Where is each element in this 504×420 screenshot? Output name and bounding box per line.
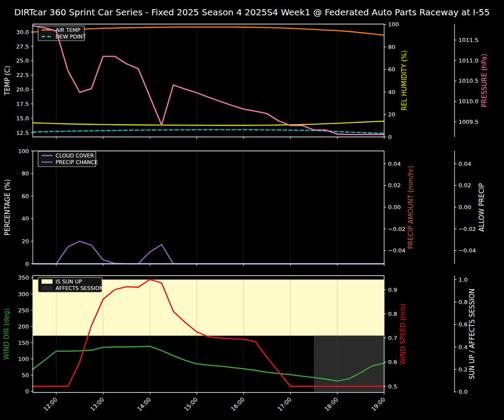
x-tick-label-12-00: 12:00 <box>42 396 59 413</box>
tick-label: 22.5 <box>16 72 29 78</box>
series-line-rel-humidity <box>33 121 384 126</box>
tick-label: 0.7 <box>388 335 397 341</box>
axis-percentage-: 100806040200PERCENTAGE (%) <box>4 148 33 267</box>
legend-label-cloud-cover: CLOUD COVER <box>56 153 94 159</box>
series-line-pressure <box>33 26 384 135</box>
x-tick-label-17-00: 17:00 <box>276 396 293 413</box>
axis-allow-precip: 0.040.020.00−0.02−0.04ALLOW PRECIP <box>455 161 486 254</box>
tick-label: 80 <box>388 44 396 50</box>
tick-label: 1009.5 <box>458 119 479 125</box>
tick-label: 0.00 <box>458 204 471 210</box>
axis-sun-up-affects-session: 1.00.80.60.40.20.0SUN UP / AFFECTS SESSI… <box>455 276 476 396</box>
tick-label: 0.00 <box>388 204 401 210</box>
tick-label: 50 <box>21 372 29 378</box>
tick-label: 60 <box>388 66 396 73</box>
axis-title: PERCENTAGE (%) <box>4 179 11 235</box>
axis-title: WIND SPEED (m/s) <box>399 304 407 365</box>
tick-label: 300 <box>18 291 29 298</box>
axis-title: PRESSURE (hPa) <box>480 54 488 107</box>
axis-title: PRECIP AMOUNT (mm/hr) <box>407 166 415 249</box>
tick-label: 15.0 <box>16 115 29 122</box>
axis-title: SUN UP / AFFECTS SESSION <box>468 289 476 380</box>
axis-pressure-hpa-: 1011.51011.01010.51010.01009.5PRESSURE (… <box>455 37 488 125</box>
subplot-cloud-precip: CLOUD COVERPRECIP CHANCE100806040200PERC… <box>4 148 486 267</box>
axis-temp-c-: 30.027.525.022.520.017.515.012.5TEMP (C) <box>4 29 33 136</box>
tick-label: 200 <box>18 323 29 330</box>
legend-swatch-is-sun-up <box>42 280 52 284</box>
legend-swatch-affects-session <box>42 286 52 290</box>
legend-label-air-temp: AIR TEMP <box>56 27 80 33</box>
tick-label: −0.02 <box>388 226 406 232</box>
legend: IS SUN UPAFFECTS SESSION <box>38 277 103 292</box>
tick-label: 40 <box>21 215 29 222</box>
tick-label: 0 <box>25 261 29 267</box>
tick-label: 40 <box>388 89 396 95</box>
tick-label: 100 <box>388 21 399 28</box>
tick-label: 0.02 <box>388 182 401 189</box>
legend-label-affects-session: AFFECTS SESSION <box>56 285 103 291</box>
axis-precip-amount-mm-hr-: 0.040.020.00−0.02−0.04PRECIP AMOUNT (mm/… <box>384 161 415 254</box>
tick-label: 0.6 <box>458 321 468 328</box>
tick-label: 0.8 <box>458 299 468 305</box>
tick-label: 1.0 <box>458 276 468 283</box>
legend-label-is-sun-up: IS SUN UP <box>56 279 82 285</box>
tick-label: 17.5 <box>16 101 29 107</box>
fill-affects-session <box>314 336 384 392</box>
legend-label-dew-point: DEW POINT <box>56 34 86 40</box>
axis-title: TEMP (C) <box>4 66 11 96</box>
x-tick-label-13-00: 13:00 <box>89 396 105 413</box>
axis-rel-humidity-: 100806040200REL HUMIDITY (%) <box>384 21 408 140</box>
tick-label: 100 <box>18 148 29 154</box>
tick-label: 30.0 <box>16 29 29 35</box>
tick-label: 350 <box>18 274 29 281</box>
tick-label: 0.5 <box>388 383 397 390</box>
weather-forecast-figure: DIRTcar 360 Sprint Car Series - Fixed 20… <box>0 0 504 420</box>
tick-label: 1011.0 <box>458 57 479 64</box>
tick-label: 0.8 <box>388 311 397 317</box>
tick-label: 1010.5 <box>458 77 479 84</box>
legend: CLOUD COVERPRECIP CHANCE <box>38 151 98 167</box>
axis-wind-speed-m-s-: 0.90.80.70.60.5WIND SPEED (m/s) <box>384 287 407 390</box>
axis-title: WIND DIR (deg) <box>3 308 10 360</box>
forecast-charts: AIR TEMPDEW POINT30.027.525.022.520.017.… <box>0 0 504 420</box>
tick-label: 0 <box>388 134 392 140</box>
tick-label: 20.0 <box>16 86 29 93</box>
tick-label: 20 <box>388 111 396 118</box>
tick-label: 20 <box>21 238 29 245</box>
x-tick-label-15-00: 15:00 <box>183 396 199 413</box>
x-tick-label-18-00: 18:00 <box>323 396 340 413</box>
tick-label: 0.4 <box>458 344 468 350</box>
tick-label: 0.04 <box>458 161 471 167</box>
subplot-temp-humidity-pressure: AIR TEMPDEW POINT30.027.525.022.520.017.… <box>4 21 488 140</box>
legend-label-precip-chance: PRECIP CHANCE <box>56 159 98 165</box>
tick-label: 27.5 <box>16 43 29 50</box>
tick-label: 0 <box>25 388 29 395</box>
tick-label: −0.04 <box>388 247 406 254</box>
axis-wind-dir-deg-: 350300250200150100500WIND DIR (deg) <box>3 274 33 395</box>
tick-label: 250 <box>18 307 29 314</box>
x-tick-label-19-00: 19:00 <box>370 396 386 413</box>
tick-label: 80 <box>21 170 29 177</box>
tick-label: 1011.5 <box>458 37 479 43</box>
tick-label: 0.02 <box>458 182 471 189</box>
tick-label: −0.02 <box>458 226 476 232</box>
tick-label: −0.04 <box>458 247 476 254</box>
tick-label: 0.6 <box>388 359 397 365</box>
tick-label: 60 <box>21 193 29 200</box>
tick-label: 0.9 <box>388 287 397 293</box>
tick-label: 0.0 <box>458 388 468 395</box>
subplot-wind-sun: IS SUN UPAFFECTS SESSION3503002502001501… <box>3 274 476 412</box>
tick-label: 0.04 <box>388 161 401 167</box>
tick-label: 1010.0 <box>458 98 479 105</box>
series-line-cloud-cover <box>33 241 384 264</box>
tick-label: 12.5 <box>16 130 29 136</box>
tick-label: 25.0 <box>16 57 29 64</box>
axis-title: ALLOW PRECIP <box>478 183 486 232</box>
tick-label: 150 <box>18 340 29 346</box>
x-tick-label-16-00: 16:00 <box>230 396 246 413</box>
x-tick-label-14-00: 14:00 <box>136 396 152 413</box>
tick-label: 100 <box>18 356 29 362</box>
tick-label: 0.2 <box>458 366 468 373</box>
axis-title: REL HUMIDITY (%) <box>400 50 408 111</box>
